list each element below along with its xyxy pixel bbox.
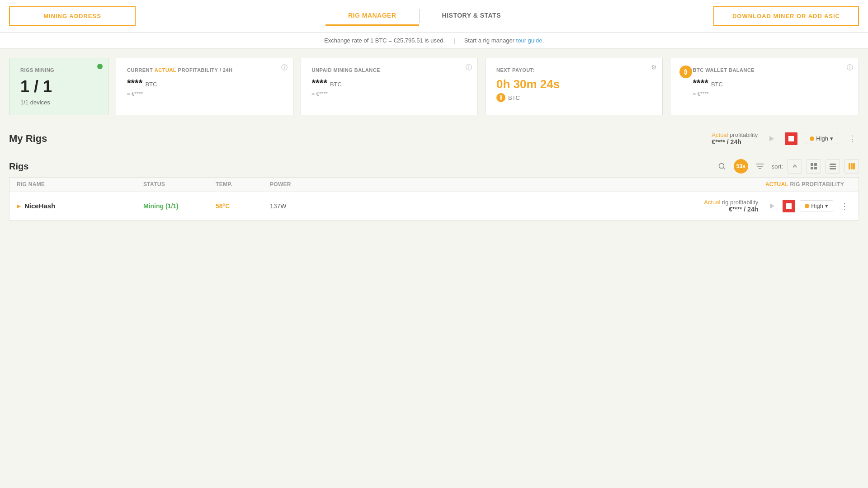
filter-button[interactable]: [753, 159, 767, 174]
rig-temp-col: 58°C: [216, 202, 270, 210]
tour-guide-link[interactable]: tour guide.: [516, 37, 544, 44]
rig-high-arrow: ▾: [825, 202, 828, 209]
mining-balance-value: **** BTC: [312, 77, 467, 89]
rig-profit-label: Actual rig profitability: [704, 199, 758, 206]
high-dot-icon: [810, 136, 814, 141]
my-rigs-more-button[interactable]: ⋮: [845, 132, 859, 145]
svg-rect-1: [788, 136, 794, 141]
profitability-label-prefix: CURRENT: [127, 67, 155, 73]
view-grid-button[interactable]: [807, 159, 821, 174]
rigs-mining-value: 1 / 1: [20, 77, 97, 96]
rig-more-button[interactable]: ⋮: [838, 199, 851, 213]
wallet-balance-approx: ≈ €****: [693, 91, 848, 97]
rig-actual-label: Actual: [704, 199, 720, 206]
wallet-btc-icon: ₿: [679, 66, 692, 78]
payout-time-value: 0h 30m 24s: [496, 77, 651, 91]
bar-separator: |: [454, 37, 455, 44]
my-rigs-right-controls: Actual profitability €**** / 24h High ▾ …: [712, 131, 859, 145]
top-navigation: MINING ADDRESS RIG MANAGER HISTORY & STA…: [0, 0, 868, 33]
info-icon-2[interactable]: ⓘ: [466, 64, 472, 72]
rig-play-button[interactable]: [765, 200, 778, 212]
wallet-balance-amount: ****: [693, 77, 708, 89]
svg-marker-17: [770, 203, 774, 209]
refresh-timer-badge: 53s: [734, 159, 748, 174]
tab-history-stats[interactable]: HISTORY & STATS: [420, 6, 524, 26]
btc-circle-icon: ₿: [496, 93, 505, 102]
rig-status-value: Mining (1/1): [143, 202, 179, 210]
my-rigs-profitability-info: Actual profitability €**** / 24h: [712, 131, 758, 145]
sort-label: sort:: [772, 163, 783, 170]
mining-balance-btc: BTC: [330, 81, 342, 88]
wallet-balance-value: **** BTC: [693, 77, 848, 89]
payout-btc-label: BTC: [508, 94, 520, 101]
mining-balance-label: UNPAID MINING BALANCE: [312, 67, 467, 73]
svg-rect-10: [814, 167, 817, 169]
status-dot: [97, 64, 103, 69]
rig-row-container: Rig name Status Temp. Power Actual rig p…: [9, 177, 859, 221]
wallet-balance-btc: BTC: [711, 81, 723, 88]
tab-rig-manager[interactable]: RIG MANAGER: [326, 6, 419, 26]
download-miner-button[interactable]: DOWNLOAD MINER OR ADD ASIC: [713, 6, 859, 26]
rig-expand-icon[interactable]: ▶: [17, 203, 21, 209]
profitability-actual-label: ACTUAL: [155, 67, 176, 73]
search-button[interactable]: [715, 159, 729, 174]
center-tabs: RIG MANAGER HISTORY & STATS: [326, 6, 524, 26]
rig-power-value: 137W: [270, 202, 287, 210]
my-rigs-title: My Rigs: [9, 133, 47, 145]
payout-currency: ₿ BTC: [496, 93, 651, 102]
rig-stop-button[interactable]: [783, 200, 795, 212]
mining-balance-card: ⓘ UNPAID MINING BALANCE **** BTC ≈ €****: [301, 58, 478, 115]
wallet-balance-card: ₿ ⓘ BTC WALLET BALANCE **** BTC ≈ €****: [670, 58, 859, 115]
rig-temp-value: 58°C: [216, 202, 230, 210]
my-rigs-stop-button[interactable]: [785, 132, 797, 145]
col-header-power: Power: [270, 181, 324, 188]
info-icon[interactable]: ⓘ: [281, 64, 288, 72]
profitability-approx: ≈ €****: [127, 91, 282, 97]
profitability-btc: BTC: [145, 81, 157, 88]
next-payout-card: ⚙ NEXT PAYOUT: 0h 30m 24s ₿ BTC: [485, 58, 663, 115]
exchange-bar: Exchange rate of 1 BTC = €25,795.51 is u…: [0, 33, 868, 49]
profitability-amount: ****: [127, 77, 142, 89]
rig-column-headers: Rig name Status Temp. Power Actual rig p…: [9, 178, 859, 192]
rigs-toolbar: Rigs 53s sort:: [9, 154, 859, 177]
rig-high-badge[interactable]: High ▾: [800, 200, 833, 211]
my-rigs-profitability-label: Actual profitability: [712, 131, 758, 138]
profitability-value: **** BTC: [127, 77, 282, 89]
svg-rect-7: [811, 163, 813, 166]
svg-rect-12: [830, 166, 836, 167]
mining-address-button[interactable]: MINING ADDRESS: [9, 6, 136, 26]
my-rigs-high-badge[interactable]: High ▾: [805, 133, 838, 144]
summary-cards-row: RIGS MINING 1 / 1 1/1 devices ⓘ CURRENT …: [0, 49, 868, 124]
svg-line-3: [723, 168, 725, 170]
rigs-toolbar-right: 53s sort:: [715, 159, 859, 174]
svg-marker-0: [769, 136, 774, 141]
wallet-balance-label: BTC WALLET BALANCE: [693, 67, 848, 73]
rig-profit-amount: €**** / 24h: [704, 206, 758, 213]
settings-icon[interactable]: ⚙: [651, 64, 657, 71]
rigs-mining-label: RIGS MINING: [20, 67, 97, 73]
wallet-info-icon[interactable]: ⓘ: [847, 64, 853, 72]
profitability-card: ⓘ CURRENT ACTUAL PROFITABILITY / 24H ***…: [116, 58, 293, 115]
my-rigs-play-button[interactable]: [765, 132, 778, 145]
high-badge-arrow: ▾: [830, 135, 833, 142]
rig-name-value: NiceHash: [24, 202, 55, 210]
svg-rect-8: [814, 163, 817, 166]
view-compact-button[interactable]: [844, 159, 859, 174]
col-actual-label: Actual: [765, 181, 788, 188]
high-badge-label: High: [816, 135, 828, 142]
guide-prefix-text: Start a rig manager: [464, 37, 514, 44]
mining-balance-approx: ≈ €****: [312, 91, 467, 97]
sort-arrows-button[interactable]: [788, 159, 802, 174]
view-list-button[interactable]: [826, 159, 840, 174]
profitability-label: CURRENT ACTUAL PROFITABILITY / 24H: [127, 67, 282, 73]
svg-rect-18: [786, 203, 792, 209]
next-payout-label: NEXT PAYOUT:: [496, 67, 651, 73]
rig-high-label: High: [811, 202, 823, 209]
rig-profit-col: Actual rig profitability €**** / 24h: [704, 199, 758, 213]
svg-rect-11: [830, 164, 836, 165]
col-header-temp: Temp.: [216, 181, 270, 188]
rig-high-dot-icon: [805, 204, 809, 208]
actual-label-text: Actual: [712, 131, 728, 138]
svg-point-2: [719, 164, 724, 169]
my-rigs-section: My Rigs Actual profitability €**** / 24h…: [0, 124, 868, 154]
